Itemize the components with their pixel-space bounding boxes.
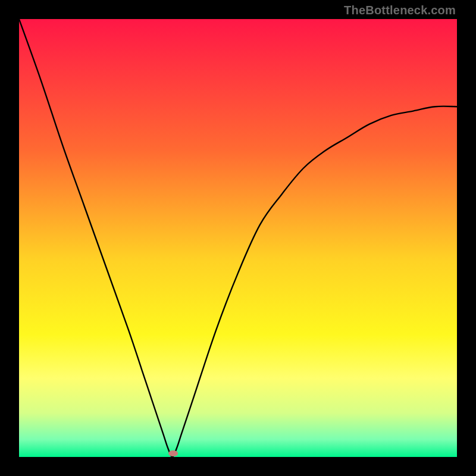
curve-layer (19, 19, 457, 457)
plot-area (19, 19, 457, 457)
minimum-marker (168, 450, 178, 456)
attribution-label: TheBottleneck.com (344, 4, 456, 17)
bottleneck-curve (19, 19, 457, 457)
chart-container: TheBottleneck.com (0, 0, 476, 476)
